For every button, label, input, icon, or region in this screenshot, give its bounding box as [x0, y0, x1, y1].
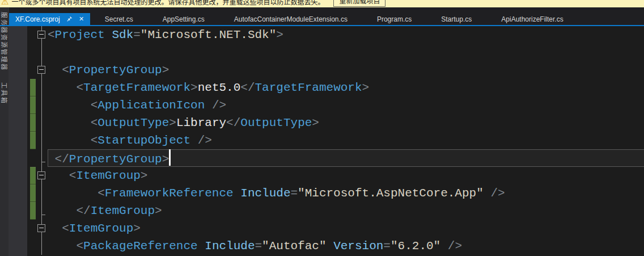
- code-line[interactable]: <PropertyGroup>: [9, 61, 644, 79]
- fold-guide: [36, 132, 48, 149]
- code-line[interactable]: <PackageReference Include="Autofac" Vers…: [9, 237, 644, 255]
- code-editor[interactable]: <Project Sdk="Microsoft.NET.Sdk"> <Prope…: [9, 26, 644, 256]
- collapse-minus-icon[interactable]: [37, 171, 45, 179]
- tab-label: XF.Core.csproj: [15, 15, 60, 23]
- code-line[interactable]: </ItemGroup>: [9, 202, 644, 220]
- side-tab-server-explorer[interactable]: 服务器资源管理器: [0, 12, 9, 71]
- pin-icon[interactable]: [66, 16, 73, 23]
- code-lines: <Project Sdk="Microsoft.NET.Sdk"> <Prope…: [9, 26, 644, 255]
- code-line[interactable]: <Project Sdk="Microsoft.NET.Sdk">: [9, 26, 644, 44]
- glyph-margin: [9, 132, 27, 149]
- change-indicator: [30, 184, 36, 202]
- code-text: </ItemGroup>: [48, 202, 644, 220]
- glyph-margin: [9, 26, 27, 44]
- tab-api-authorize-filter-cs[interactable]: ApiAuthorizeFilter.cs: [486, 13, 578, 25]
- code-line[interactable]: [9, 44, 644, 61]
- code-line[interactable]: <StartupObject />: [9, 132, 644, 149]
- notification-bar: ⚠ 一个或多个项目具有项目系统无法自动处理的更改。请保存其他更改，并重载这些项目…: [0, 0, 644, 7]
- change-indicator: [30, 132, 36, 149]
- tab-xf-core-csproj[interactable]: XF.Core.csproj ✕: [9, 13, 90, 25]
- tab-startup-cs[interactable]: Startup.cs: [426, 13, 486, 25]
- glyph-margin: [9, 220, 27, 237]
- glyph-margin: [9, 79, 27, 96]
- code-text: [48, 44, 644, 61]
- change-indicator: [30, 114, 36, 132]
- change-indicator: [30, 220, 36, 237]
- code-text: <FrameworkReference Include="Microsoft.A…: [48, 184, 644, 202]
- tab-autofac-container-module-extension-cs[interactable]: AutofacContainerModuleExtension.cs: [219, 13, 362, 25]
- document-tab-bar: XF.Core.csproj ✕ Secret.cs AppSetting.cs…: [9, 7, 644, 26]
- glyph-margin: [9, 202, 27, 220]
- code-line[interactable]: <ApplicationIcon />: [9, 96, 644, 114]
- code-text: <TargetFramework>net5.0</TargetFramework…: [48, 79, 644, 96]
- code-text: <ItemGroup>: [48, 167, 644, 184]
- change-indicator: [30, 237, 36, 255]
- fold-collapse-button[interactable]: [36, 167, 48, 184]
- tab-program-cs[interactable]: Program.cs: [362, 13, 426, 25]
- fold-guide: [36, 96, 48, 114]
- text-caret: [169, 149, 171, 166]
- code-line[interactable]: </PropertyGroup>: [9, 149, 644, 167]
- glyph-margin: [9, 44, 27, 61]
- fold-guide: [36, 79, 48, 96]
- code-text: <PackageReference Include="Autofac" Vers…: [48, 237, 644, 255]
- code-text: <StartupObject />: [48, 132, 644, 149]
- change-indicator: [30, 26, 36, 44]
- notification-message: 一个或多个项目具有项目系统无法自动处理的更改。请保存其他更改，并重载这些项目以防…: [11, 0, 324, 6]
- glyph-margin: [9, 114, 27, 132]
- code-text: <PropertyGroup>: [48, 61, 644, 79]
- change-indicator: [30, 167, 36, 184]
- change-indicator: [30, 61, 36, 79]
- fold-collapse-button[interactable]: [36, 26, 48, 44]
- fold-guide: [36, 44, 48, 61]
- side-tab-toolbox[interactable]: 工具箱: [0, 82, 9, 104]
- code-text: <ApplicationIcon />: [48, 96, 644, 114]
- glyph-margin: [9, 149, 27, 167]
- warning-triangle-icon: ⚠: [1, 0, 9, 6]
- code-line[interactable]: <TargetFramework>net5.0</TargetFramework…: [9, 79, 644, 96]
- fold-guide: [36, 149, 48, 167]
- change-indicator: [30, 44, 36, 61]
- close-icon[interactable]: ✕: [78, 16, 85, 23]
- collapse-minus-icon[interactable]: [37, 31, 45, 39]
- change-indicator: [30, 149, 36, 167]
- fold-guide: [36, 114, 48, 132]
- change-indicator: [30, 202, 36, 220]
- code-text: <ItemGroup>: [48, 220, 644, 237]
- code-line[interactable]: <OutputType>Library</OutputType>: [9, 114, 644, 132]
- fold-collapse-button[interactable]: [36, 220, 48, 237]
- code-line[interactable]: <ItemGroup>: [9, 167, 644, 184]
- code-text: </PropertyGroup>: [48, 149, 644, 167]
- reload-project-button[interactable]: 重新加载项目: [333, 0, 385, 7]
- collapse-minus-icon[interactable]: [37, 224, 45, 232]
- collapse-minus-icon[interactable]: [37, 66, 45, 74]
- glyph-margin: [9, 237, 27, 255]
- fold-guide: [36, 202, 48, 220]
- tab-secret-cs[interactable]: Secret.cs: [90, 13, 148, 25]
- left-toolwindow-strip: 服务器资源管理器 工具箱: [0, 7, 9, 256]
- glyph-margin: [9, 61, 27, 79]
- tab-appsetting-cs[interactable]: AppSetting.cs: [148, 13, 219, 25]
- code-text: <OutputType>Library</OutputType>: [48, 114, 644, 132]
- code-line[interactable]: <ItemGroup>: [9, 220, 644, 237]
- glyph-margin: [9, 167, 27, 184]
- glyph-margin: [9, 96, 27, 114]
- change-indicator: [30, 79, 36, 96]
- fold-collapse-button[interactable]: [36, 61, 48, 79]
- fold-guide: [36, 237, 48, 255]
- code-text: <Project Sdk="Microsoft.NET.Sdk">: [48, 26, 644, 44]
- change-indicator: [30, 96, 36, 114]
- code-line[interactable]: <FrameworkReference Include="Microsoft.A…: [9, 184, 644, 202]
- fold-guide: [36, 184, 48, 202]
- glyph-margin: [9, 184, 27, 202]
- active-document-accent-line: [0, 25, 644, 26]
